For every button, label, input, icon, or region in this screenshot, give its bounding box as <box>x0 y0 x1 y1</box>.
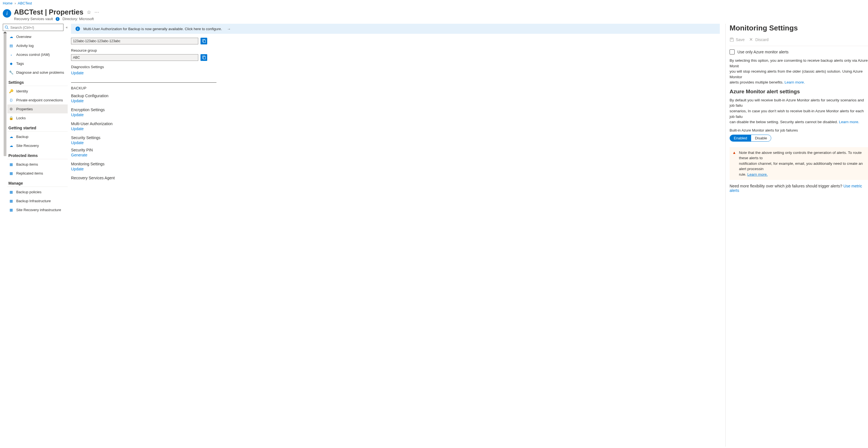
nav-backup-policies[interactable]: ▦Backup policies <box>7 187 68 196</box>
toggle-enabled[interactable]: Enabled <box>730 135 751 141</box>
prop-name: Recovery Services Agent <box>71 176 720 180</box>
sidebar: « ☁Overview ▤Activity log ૰Access contro… <box>0 24 70 447</box>
prop-security-pin: Security PIN Generate <box>71 148 720 157</box>
info-icon: i <box>75 27 80 31</box>
resource-id-field[interactable]: 123abc-123abc-123abc-123abc <box>71 38 198 44</box>
sidebar-search[interactable] <box>3 24 63 31</box>
nav-label: Private endpoint connections <box>16 98 63 102</box>
job-failure-alerts-toggle[interactable]: Enabled Disable <box>730 135 771 142</box>
search-input[interactable] <box>10 26 62 30</box>
save-button[interactable]: Save <box>730 37 745 42</box>
section-settings: Settings <box>7 77 68 86</box>
copy-icon <box>202 56 206 60</box>
warning-note: ▲ Note that the above setting only contr… <box>730 147 868 180</box>
prop-action-link[interactable]: Update <box>71 140 84 145</box>
panel-paragraph: By selecting this option, you are consen… <box>730 58 868 85</box>
diagnostics-label: Diagnostics Settings <box>71 65 720 69</box>
prop-action-link[interactable]: Update <box>71 112 84 117</box>
nav-backup-items[interactable]: ▦Backup items <box>7 160 68 169</box>
nav-label: Locks <box>16 116 26 120</box>
copy-icon <box>202 39 206 43</box>
nav-label: Diagnose and solve problems <box>16 70 64 75</box>
section-protected-items: Protected items <box>7 150 68 159</box>
grid-icon: ▦ <box>9 171 13 175</box>
nav-label: Properties <box>16 107 33 111</box>
grid-icon: ▦ <box>9 190 13 194</box>
vault-info-icon: i <box>3 9 11 18</box>
toggle-label: Built-in Azure Monitor alerts for job fa… <box>730 128 868 132</box>
nav-access-control[interactable]: ૰Access control (IAM) <box>7 50 68 59</box>
nav-private-endpoint[interactable]: ⟨⟩Private endpoint connections <box>7 96 68 104</box>
panel-paragraph: By default you will receive built-in Azu… <box>730 98 868 125</box>
arrow-right-icon: → <box>227 27 231 31</box>
nav-properties[interactable]: ⚙Properties <box>7 104 68 113</box>
copy-button[interactable] <box>200 38 207 44</box>
log-icon: ▤ <box>9 43 13 48</box>
favorite-star-icon[interactable]: ☆ <box>87 9 91 15</box>
prop-monitoring-settings: Monitoring Settings Update <box>71 162 720 171</box>
nav-sr-infra[interactable]: ▦Site Recovery infrastructure <box>7 205 68 214</box>
endpoint-icon: ⟨⟩ <box>9 98 13 102</box>
svg-line-1 <box>7 28 8 29</box>
nav-activity-log[interactable]: ▤Activity log <box>7 41 68 50</box>
search-icon <box>5 26 9 29</box>
sidebar-scrollbar[interactable] <box>3 32 7 214</box>
nav-backup[interactable]: ☁Backup <box>7 132 68 141</box>
prop-action-link[interactable]: Generate <box>71 153 87 157</box>
tag-icon: ◆ <box>9 62 13 66</box>
nav-label: Site Recovery infrastructure <box>16 208 61 212</box>
copy-button[interactable] <box>200 54 207 61</box>
prop-action-link[interactable]: Update <box>71 99 84 103</box>
resource-group-field[interactable]: ABC <box>71 54 198 61</box>
diagnostics-update-link[interactable]: Update <box>71 71 84 75</box>
use-only-amon-checkbox[interactable] <box>730 49 735 55</box>
nav-identity[interactable]: 🔑Identity <box>7 87 68 96</box>
info-icon[interactable]: i <box>56 17 60 21</box>
nav-locks[interactable]: 🔒Locks <box>7 113 68 122</box>
prop-name: Monitoring Settings <box>71 162 720 166</box>
nav-label: Tags <box>16 62 24 66</box>
breadcrumb-home[interactable]: Home <box>3 1 12 5</box>
learn-more-link[interactable]: Learn more. <box>785 80 805 84</box>
nav-label: Site Recovery <box>16 144 39 148</box>
nav-site-recovery[interactable]: ☁Site Recovery <box>7 141 68 150</box>
save-label: Save <box>736 37 745 42</box>
toggle-disable[interactable]: Disable <box>751 135 771 141</box>
more-menu-icon[interactable]: ··· <box>95 10 99 15</box>
content-pane: i Multi-User Authorization for Backup is… <box>70 24 725 447</box>
backup-section-title: BACKUP <box>71 86 720 90</box>
discard-label: Discard <box>755 37 769 42</box>
grid-icon: ▦ <box>9 199 13 203</box>
learn-more-link[interactable]: Learn more. <box>839 120 859 124</box>
prop-name: Security PIN <box>71 148 720 152</box>
svg-point-0 <box>5 26 7 28</box>
learn-more-link[interactable]: Learn more. <box>747 172 768 176</box>
prop-action-link[interactable]: Update <box>71 167 84 171</box>
nav-label: Overview <box>16 35 31 39</box>
page-header: i ABCTest | Properties ☆ ··· Recovery Se… <box>0 6 868 24</box>
chevron-right-icon: › <box>14 1 16 5</box>
prop-mua: Multi-User Authorization Update <box>71 122 720 131</box>
nav-overview[interactable]: ☁Overview <box>7 32 68 41</box>
lock-icon: 🔒 <box>9 116 13 120</box>
breadcrumb: Home › ABCTest <box>0 0 868 6</box>
close-icon: ✕ <box>749 37 754 42</box>
prop-name: Encryption Settings <box>71 107 720 112</box>
prop-backup-config: Backup Configuration Update <box>71 94 720 103</box>
breadcrumb-current[interactable]: ABCTest <box>18 1 32 5</box>
prop-rsa: Recovery Services Agent <box>71 176 720 180</box>
nav-diagnose[interactable]: 🔧Diagnose and solve problems <box>7 68 68 77</box>
prop-action-link[interactable]: Update <box>71 127 84 131</box>
discard-button[interactable]: ✕ Discard <box>749 37 769 42</box>
cloud-icon: ☁ <box>9 144 13 148</box>
collapse-sidebar-icon[interactable]: « <box>66 26 68 29</box>
nav-tags[interactable]: ◆Tags <box>7 59 68 68</box>
nav-replicated-items[interactable]: ▦Replicated items <box>7 169 68 178</box>
nav-backup-infra[interactable]: ▦Backup Infrastructure <box>7 196 68 205</box>
warning-icon: ▲ <box>733 150 736 177</box>
save-icon <box>730 37 734 42</box>
info-banner[interactable]: i Multi-User Authorization for Backup is… <box>71 24 720 34</box>
checkbox-label: Use only Azure monitor alerts <box>737 50 788 54</box>
nav-label: Access control (IAM) <box>16 53 50 57</box>
nav-label: Replicated items <box>16 171 43 175</box>
